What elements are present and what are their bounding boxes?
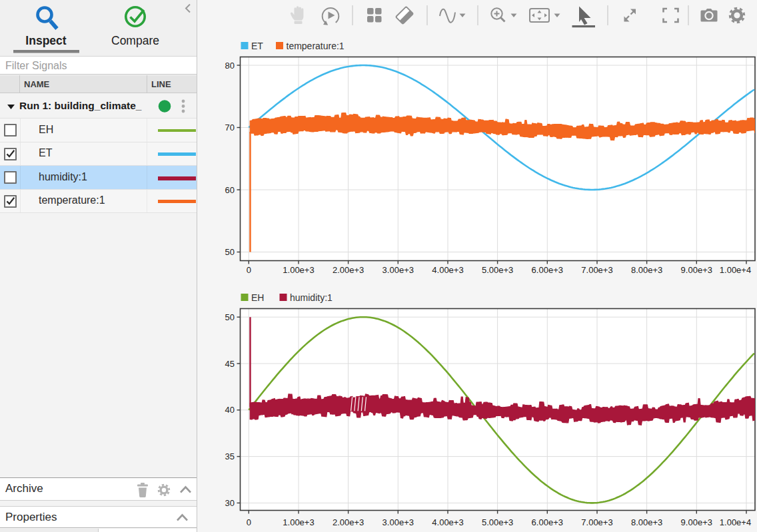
svg-text:40: 40 xyxy=(225,405,235,415)
svg-text:30: 30 xyxy=(225,498,235,508)
svg-text:0: 0 xyxy=(247,265,251,275)
svg-text:temperature:1: temperature:1 xyxy=(287,41,345,51)
svg-text:8.00e+3: 8.00e+3 xyxy=(631,517,662,527)
svg-text:7.00e+3: 7.00e+3 xyxy=(581,265,612,275)
svg-text:80: 80 xyxy=(225,61,235,71)
svg-text:9.00e+3: 9.00e+3 xyxy=(681,517,712,527)
svg-text:70: 70 xyxy=(225,123,235,133)
svg-text:2.00e+3: 2.00e+3 xyxy=(333,265,364,275)
svg-text:3.00e+3: 3.00e+3 xyxy=(382,265,414,275)
svg-text:Inspect: Inspect xyxy=(25,34,66,47)
svg-text:45: 45 xyxy=(225,359,235,369)
svg-text:1.00e+3: 1.00e+3 xyxy=(283,265,314,275)
svg-text:6.00e+3: 6.00e+3 xyxy=(532,265,563,275)
svg-text:1.00e+4: 1.00e+4 xyxy=(720,517,751,527)
svg-text:50: 50 xyxy=(225,312,235,322)
svg-text:5.00e+3: 5.00e+3 xyxy=(482,265,513,275)
svg-text:35: 35 xyxy=(225,451,235,461)
svg-text:Compare: Compare xyxy=(111,34,159,47)
svg-text:4.00e+3: 4.00e+3 xyxy=(432,517,463,527)
svg-text:60: 60 xyxy=(225,185,235,195)
svg-text:1.00e+3: 1.00e+3 xyxy=(283,517,314,527)
svg-text:ET: ET xyxy=(251,41,263,51)
svg-text:9.00e+3: 9.00e+3 xyxy=(681,265,712,275)
svg-text:8.00e+3: 8.00e+3 xyxy=(631,265,662,275)
svg-text:1.00e+4: 1.00e+4 xyxy=(720,265,751,275)
svg-text:7.00e+3: 7.00e+3 xyxy=(581,517,612,527)
svg-text:humidity:1: humidity:1 xyxy=(290,292,333,303)
svg-text:50: 50 xyxy=(225,247,235,257)
svg-text:4.00e+3: 4.00e+3 xyxy=(432,265,463,275)
svg-text:EH: EH xyxy=(251,292,264,303)
svg-text:5.00e+3: 5.00e+3 xyxy=(482,517,513,527)
svg-text:0: 0 xyxy=(247,517,251,527)
svg-text:2.00e+3: 2.00e+3 xyxy=(333,517,364,527)
svg-text:6.00e+3: 6.00e+3 xyxy=(532,517,563,527)
svg-text:3.00e+3: 3.00e+3 xyxy=(382,517,414,527)
